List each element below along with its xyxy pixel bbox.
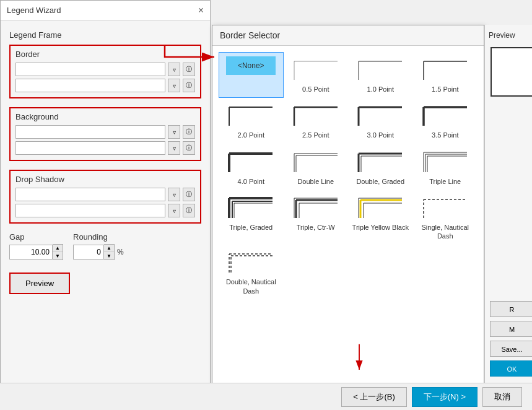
save-button[interactable]: Save... — [490, 341, 533, 357]
border-icon-btn[interactable]: ⓘ — [183, 63, 195, 76]
line-svg-single-nautical — [421, 194, 470, 222]
border-preview-single-nautical — [421, 194, 470, 222]
border-item-0.5pt[interactable]: 0.5 Point — [284, 52, 349, 98]
shadow-style-dropdown[interactable]: ▿ — [168, 204, 180, 217]
border-style-select[interactable] — [15, 79, 165, 92]
border-label: Border — [15, 50, 195, 59]
line-svg-double-graded — [355, 149, 405, 176]
border-label-4pt: 4.0 Point — [238, 177, 264, 186]
border-style-icon[interactable]: ⓘ — [183, 79, 195, 92]
bottom-bar: < 上一步(B) 下一步(N) > 取消 — [0, 383, 532, 410]
border-item-double-graded[interactable]: Double, Graded — [348, 144, 413, 190]
preview-button[interactable]: Preview — [9, 273, 70, 294]
legend-frame-title: Legend Frame — [9, 30, 201, 40]
window-title: Legend Wizard — [7, 6, 61, 15]
line-svg-triple-yellow-black — [355, 194, 405, 222]
border-label-0.5pt: 0.5 Point — [302, 85, 329, 94]
line-svg-double — [291, 149, 341, 176]
border-label-double-graded: Double, Graded — [356, 177, 404, 186]
border-preview-none: <None> — [226, 56, 276, 84]
shadow-color-box[interactable] — [15, 188, 165, 201]
background-style-select[interactable] — [15, 141, 165, 155]
border-preview-double-graded — [355, 149, 405, 176]
border-preview-double-nautical — [226, 249, 276, 276]
line-svg-3.5pt — [421, 102, 470, 129]
border-item-2pt[interactable]: 2.0 Point — [219, 98, 284, 144]
ok-button[interactable]: OK — [490, 360, 533, 377]
background-section: Background ▿ ⓘ ▿ ⓘ — [9, 107, 201, 161]
background-style-dropdown[interactable]: ▿ — [168, 141, 180, 155]
border-selector-title: Border Selector — [212, 25, 484, 46]
border-preview-1.5pt — [421, 56, 470, 84]
shadow-style-select[interactable] — [15, 204, 165, 217]
border-item-triple[interactable]: Triple Line — [413, 144, 478, 190]
line-svg-triple-ctrw — [291, 194, 341, 222]
border-label-triple: Triple Line — [429, 177, 461, 186]
line-svg-triple-graded — [226, 194, 276, 222]
border-color-box[interactable] — [15, 63, 165, 76]
line-svg-2.5pt — [291, 102, 341, 129]
border-style-dropdown[interactable]: ▿ — [168, 79, 180, 92]
rounding-spin-buttons: ▲ ▼ — [104, 244, 115, 260]
border-style-row: ▿ ⓘ — [15, 79, 195, 92]
gap-spin-down[interactable]: ▼ — [53, 252, 63, 260]
border-dropdown-btn[interactable]: ▿ — [168, 63, 180, 76]
right-panel-preview-label: Preview — [489, 31, 515, 40]
shadow-color-row: ▿ ⓘ — [15, 188, 195, 201]
border-label-2.5pt: 2.5 Point — [302, 131, 329, 139]
border-item-none[interactable]: <None> — [219, 52, 284, 98]
right-panel: Preview R M Save... OK — [484, 25, 532, 383]
line-svg-1.5pt — [421, 56, 470, 84]
border-item-2.5pt[interactable]: 2.5 Point — [284, 98, 349, 144]
background-icon-btn[interactable]: ⓘ — [183, 125, 195, 139]
border-preview-2.5pt — [291, 102, 341, 129]
border-item-single-nautical[interactable]: Single, Nautical Dash — [413, 190, 478, 245]
shadow-style-icon[interactable]: ⓘ — [183, 204, 195, 217]
background-color-row: ▿ ⓘ — [15, 125, 195, 139]
rounding-spin-up[interactable]: ▲ — [104, 245, 114, 252]
line-svg-1pt — [355, 56, 405, 84]
gap-spin-buttons: ▲ ▼ — [53, 244, 63, 260]
cancel-button[interactable]: 取消 — [482, 387, 522, 407]
rounding-spin-down[interactable]: ▼ — [104, 252, 114, 260]
rounding-input[interactable] — [73, 245, 104, 260]
prev-button[interactable]: < 上一步(B) — [341, 387, 407, 407]
border-label-1.5pt: 1.5 Point — [432, 85, 458, 94]
border-item-triple-graded[interactable]: Triple, Graded — [219, 190, 284, 245]
background-color-box[interactable] — [15, 125, 165, 139]
background-dropdown-btn[interactable]: ▿ — [168, 125, 180, 139]
border-item-triple-ctrw[interactable]: Triple, Ctr-W — [284, 190, 349, 245]
border-item-double[interactable]: Double Line — [284, 144, 349, 190]
rounding-label: Rounding — [73, 232, 124, 242]
gap-label: Gap — [9, 232, 63, 242]
line-svg-triple — [421, 149, 470, 176]
m-button[interactable]: M — [490, 321, 533, 337]
border-preview-3.5pt — [421, 102, 470, 129]
r-button[interactable]: R — [490, 301, 533, 317]
border-item-1.5pt[interactable]: 1.5 Point — [413, 52, 478, 98]
border-preview-1pt — [355, 56, 405, 84]
border-label-single-nautical: Single, Nautical Dash — [416, 223, 475, 241]
border-preview-0.5pt — [291, 56, 341, 84]
border-item-double-nautical[interactable]: Double, Nautical Dash — [219, 245, 284, 300]
border-label-triple-graded: Triple, Graded — [229, 223, 273, 232]
right-action-buttons: R M Save... OK — [490, 301, 533, 377]
border-item-3.5pt[interactable]: 3.5 Point — [413, 98, 478, 144]
border-item-1pt[interactable]: 1.0 Point — [348, 52, 413, 98]
line-svg-4pt — [226, 149, 276, 176]
line-svg-double-nautical — [226, 249, 276, 276]
border-item-4pt[interactable]: 4.0 Point — [219, 144, 284, 190]
border-item-3pt[interactable]: 3.0 Point — [348, 98, 413, 144]
gap-input[interactable] — [9, 245, 53, 260]
background-style-icon[interactable]: ⓘ — [183, 141, 195, 155]
gap-spin-up[interactable]: ▲ — [53, 245, 63, 252]
close-button[interactable]: × — [198, 6, 204, 15]
shadow-style-row: ▿ ⓘ — [15, 204, 195, 217]
border-selector-dialog: Border Selector <None> 0.5 Point — [212, 25, 484, 384]
next-button[interactable]: 下一步(N) > — [412, 387, 477, 407]
shadow-icon-btn[interactable]: ⓘ — [183, 188, 195, 201]
titlebar: Legend Wizard × — [1, 1, 210, 20]
border-preview-2pt — [226, 102, 276, 129]
border-item-triple-yellow-black[interactable]: Triple Yellow Black — [348, 190, 413, 245]
shadow-dropdown-btn[interactable]: ▿ — [168, 188, 180, 201]
